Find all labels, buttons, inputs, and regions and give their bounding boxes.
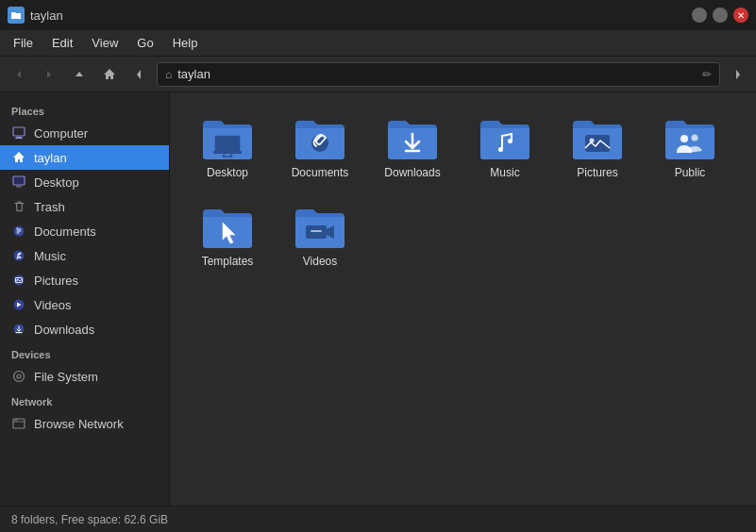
svg-point-15 xyxy=(17,374,21,378)
svg-point-22 xyxy=(508,139,512,143)
documents-label: Documents xyxy=(34,224,96,239)
videos-sidebar-icon xyxy=(11,297,26,312)
file-label-documents: Documents xyxy=(292,166,349,181)
menu-help[interactable]: Help xyxy=(165,33,206,53)
svg-rect-0 xyxy=(13,127,25,136)
sidebar-item-pictures[interactable]: Pictures xyxy=(0,268,169,292)
folder-icon-documents xyxy=(293,115,347,162)
statusbar: 8 folders, Free space: 62.6 GiB xyxy=(0,506,756,532)
sidebar-section-places: Places xyxy=(0,98,169,121)
menu-edit[interactable]: Edit xyxy=(44,33,80,53)
location-path: taylan xyxy=(177,67,697,81)
folder-icon-videos xyxy=(293,204,347,251)
folder-icon-templates xyxy=(200,204,255,251)
up-button[interactable] xyxy=(66,61,92,88)
close-button[interactable]: ✕ xyxy=(733,8,748,23)
window-title: taylan xyxy=(30,8,63,23)
file-label-videos: Videos xyxy=(303,255,337,270)
svg-rect-17 xyxy=(215,136,240,153)
computer-label: Computer xyxy=(34,126,88,141)
file-area: Desktop Documents xyxy=(170,92,756,506)
file-label-music: Music xyxy=(490,166,519,181)
menubar: File Edit View Go Help xyxy=(0,30,756,57)
music-sidebar-icon xyxy=(11,248,26,263)
location-bar: ⌂ taylan ✏ xyxy=(157,62,720,87)
videos-label: Videos xyxy=(34,298,72,312)
back-button[interactable] xyxy=(6,61,32,88)
sidebar-item-music[interactable]: Music xyxy=(0,243,169,268)
filesystem-label: File System xyxy=(34,370,98,384)
forward-button[interactable] xyxy=(36,61,62,88)
file-label-public: Public xyxy=(675,166,706,181)
svg-point-25 xyxy=(680,135,688,142)
svg-rect-4 xyxy=(16,186,22,188)
svg-rect-3 xyxy=(13,176,25,185)
file-label-templates: Templates xyxy=(202,255,254,270)
network-label: Browse Network xyxy=(34,417,124,431)
file-item-music[interactable]: Music xyxy=(462,108,547,189)
titlebar-left: taylan xyxy=(8,7,63,24)
main-area: Places Computer taylan xyxy=(0,92,756,506)
sidebar-item-downloads[interactable]: Downloads xyxy=(0,317,169,341)
documents-sidebar-icon xyxy=(11,224,26,239)
location-edit-button[interactable]: ✏ xyxy=(702,68,712,81)
app-icon xyxy=(8,7,25,24)
music-label: Music xyxy=(34,249,66,263)
computer-icon xyxy=(11,125,26,141)
menu-file[interactable]: File xyxy=(6,33,41,53)
trash-sidebar-icon xyxy=(11,199,26,214)
svg-point-21 xyxy=(498,147,503,152)
sidebar-item-home[interactable]: taylan xyxy=(0,145,169,170)
window-controls: ✕ xyxy=(692,8,748,23)
sidebar-item-videos[interactable]: Videos xyxy=(0,292,169,317)
file-item-public[interactable]: Public xyxy=(647,108,732,189)
breadcrumb-toggle[interactable] xyxy=(126,61,153,88)
file-item-templates[interactable]: Templates xyxy=(185,196,270,277)
location-forward-button[interactable] xyxy=(724,61,750,88)
svg-point-14 xyxy=(14,372,25,382)
file-label-downloads: Downloads xyxy=(384,166,440,181)
maximize-button[interactable] xyxy=(713,8,728,23)
svg-point-8 xyxy=(20,257,22,258)
titlebar: taylan ✕ xyxy=(0,0,756,30)
downloads-sidebar-icon xyxy=(11,322,26,337)
folder-icon-desktop xyxy=(200,115,255,162)
desktop-label: Desktop xyxy=(34,175,79,190)
svg-point-7 xyxy=(17,258,19,259)
folder-icon-pictures xyxy=(570,115,625,162)
home-button[interactable] xyxy=(96,61,123,88)
file-label-pictures: Pictures xyxy=(577,166,617,181)
svg-rect-28 xyxy=(311,230,322,232)
sidebar-item-documents[interactable]: Documents xyxy=(0,219,169,243)
home-sidebar-icon xyxy=(11,150,26,165)
status-text: 8 folders, Free space: 62.6 GiB xyxy=(11,513,168,526)
sidebar-item-network[interactable]: Browse Network xyxy=(0,411,169,436)
desktop-sidebar-icon xyxy=(11,175,26,190)
minimize-button[interactable] xyxy=(692,8,707,23)
sidebar-item-trash[interactable]: Trash xyxy=(0,194,169,219)
file-item-pictures[interactable]: Pictures xyxy=(555,108,640,189)
downloads-label: Downloads xyxy=(34,323,94,337)
file-item-downloads[interactable]: Downloads xyxy=(370,108,455,189)
file-item-desktop[interactable]: Desktop xyxy=(185,108,270,189)
filesystem-icon xyxy=(11,369,26,384)
folder-icon-public xyxy=(663,115,717,162)
toolbar: ⌂ taylan ✏ xyxy=(0,57,756,92)
sidebar: Places Computer taylan xyxy=(0,92,170,506)
sidebar-section-network: Network xyxy=(0,389,169,411)
menu-go[interactable]: Go xyxy=(129,33,160,53)
sidebar-item-filesystem[interactable]: File System xyxy=(0,364,169,389)
file-item-videos[interactable]: Videos xyxy=(277,196,362,277)
folder-icon-downloads xyxy=(385,115,440,162)
menu-view[interactable]: View xyxy=(84,33,126,53)
sidebar-item-computer[interactable]: Computer xyxy=(0,121,169,145)
home-icon: ⌂ xyxy=(165,68,172,81)
home-label: taylan xyxy=(34,151,67,165)
svg-point-26 xyxy=(692,135,698,141)
sidebar-item-desktop[interactable]: Desktop xyxy=(0,170,169,194)
pictures-label: Pictures xyxy=(34,274,78,288)
folder-icon-music xyxy=(478,115,532,162)
trash-label: Trash xyxy=(34,200,65,214)
file-item-documents[interactable]: Documents xyxy=(277,108,362,189)
file-grid: Desktop Documents xyxy=(185,108,741,490)
